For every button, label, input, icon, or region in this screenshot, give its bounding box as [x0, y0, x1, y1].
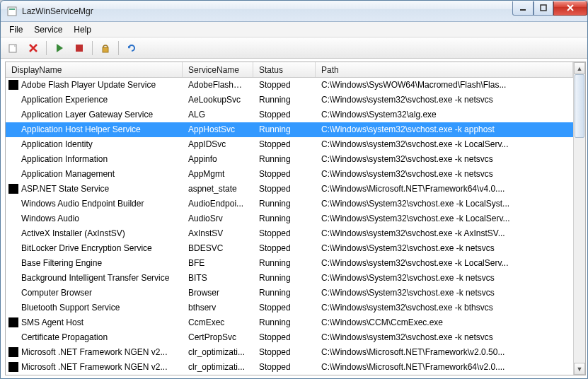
- stop-icon: [74, 42, 85, 54]
- svg-rect-1: [9, 8, 15, 10]
- cell-path: C:\Windows\system32\svchost.exe -k bthsv…: [316, 303, 573, 313]
- toolbar-separator: [118, 41, 119, 55]
- start-button[interactable]: [51, 40, 68, 57]
- content-area: DisplayName ServiceName Status Path Adob…: [5, 62, 586, 375]
- cell-path: C:\Windows\system32\svchost.exe -k Local…: [316, 258, 573, 268]
- cell-status: Running: [253, 199, 316, 209]
- col-header-path[interactable]: Path: [316, 62, 573, 77]
- service-icon: [8, 317, 18, 327]
- close-button[interactable]: [553, 1, 587, 16]
- table-row[interactable]: Windows AudioAudioSrvRunningC:\Windows\S…: [6, 211, 573, 226]
- table-row[interactable]: SMS Agent HostCcmExecRunningC:\Windows\C…: [6, 315, 573, 330]
- cell-path: C:\Windows\system32\svchost.exe -k netsv…: [316, 95, 573, 105]
- cell-displayname: Microsoft .NET Framework NGEN v2...: [21, 347, 167, 357]
- col-header-servicename[interactable]: ServiceName: [183, 62, 253, 77]
- table-row[interactable]: Application InformationAppinfoRunningC:\…: [6, 152, 573, 167]
- menu-file[interactable]: File: [4, 23, 28, 36]
- table-row[interactable]: Adobe Flash Player Update ServiceAdobeFl…: [6, 78, 573, 93]
- table-row[interactable]: Application ManagementAppMgmtStoppedC:\W…: [6, 167, 573, 182]
- service-icon: [8, 184, 18, 194]
- cell-displayname: SMS Agent Host: [21, 317, 83, 327]
- delete-button[interactable]: [25, 40, 42, 57]
- table-row[interactable]: ASP.NET State Serviceaspnet_stateStopped…: [6, 182, 573, 197]
- cell-path: C:\Windows\system32\svchost.exe -k appho…: [316, 124, 573, 134]
- service-icon: [8, 80, 18, 90]
- refresh-icon: [126, 42, 137, 54]
- cell-servicename: AppIDSvc: [183, 139, 253, 149]
- table-row[interactable]: Windows Audio Endpoint BuilderAudioEndpo…: [6, 197, 573, 211]
- minimize-button[interactable]: [512, 1, 534, 16]
- table-row[interactable]: Microsoft .NET Framework NGEN v2...clr_o…: [6, 345, 573, 360]
- cell-servicename: aspnet_state: [183, 184, 253, 194]
- cell-path: C:\Windows\system32\svchost.exe -k netsv…: [316, 169, 573, 179]
- lock-icon: [100, 42, 111, 54]
- delete-icon: [28, 42, 39, 54]
- permissions-button[interactable]: [97, 40, 114, 57]
- scroll-down-icon[interactable]: ▼: [574, 363, 585, 375]
- services-grid[interactable]: DisplayName ServiceName Status Path Adob…: [6, 62, 573, 375]
- cell-displayname: Certificate Propagation: [21, 332, 108, 342]
- cell-path: C:\Windows\system32\svchost.exe -k AxIns…: [316, 228, 573, 238]
- cell-status: Stopped: [253, 332, 316, 342]
- cell-servicename: Appinfo: [183, 154, 253, 164]
- cell-path: C:\Windows\System32\svchost.exe -k Local…: [316, 199, 573, 209]
- titlebar[interactable]: LazWinServiceMgr: [1, 1, 587, 22]
- table-row[interactable]: Computer BrowserBrowserRunningC:\Windows…: [6, 286, 573, 301]
- table-row[interactable]: Application Host Helper ServiceAppHostSv…: [6, 122, 573, 137]
- table-row[interactable]: BitLocker Drive Encryption ServiceBDESVC…: [6, 241, 573, 256]
- menubar: File Service Help: [1, 22, 587, 37]
- start-icon: [54, 42, 65, 54]
- cell-status: Stopped: [253, 362, 316, 372]
- cell-servicename: AdobeFlashPl...: [183, 80, 253, 90]
- table-row[interactable]: ActiveX Installer (AxInstSV)AxInstSVStop…: [6, 226, 573, 241]
- col-header-status[interactable]: Status: [253, 62, 316, 77]
- table-row[interactable]: Application Layer Gateway ServiceALGStop…: [6, 107, 573, 122]
- table-row[interactable]: Base Filtering EngineBFERunningC:\Window…: [6, 256, 573, 271]
- app-icon: [6, 6, 18, 17]
- table-row[interactable]: Application ExperienceAeLookupSvcRunning…: [6, 93, 573, 107]
- cell-status: Running: [253, 258, 316, 268]
- window-buttons: [512, 1, 587, 17]
- table-row[interactable]: Certificate PropagationCertPropSvcStoppe…: [6, 330, 573, 345]
- grid-body: Adobe Flash Player Update ServiceAdobeFl…: [6, 78, 573, 375]
- maximize-button[interactable]: [534, 1, 553, 16]
- service-icon: [8, 199, 18, 209]
- table-row[interactable]: Application IdentityAppIDSvcStoppedC:\Wi…: [6, 137, 573, 152]
- scroll-up-icon[interactable]: ▲: [574, 62, 585, 74]
- cell-servicename: AeLookupSvc: [183, 95, 253, 105]
- scroll-track[interactable]: [574, 74, 585, 363]
- new-button[interactable]: [5, 40, 22, 57]
- cell-status: Stopped: [253, 110, 316, 119]
- toolbar-separator: [46, 41, 47, 55]
- cell-path: C:\Windows\System32\alg.exe: [316, 110, 573, 119]
- menu-service[interactable]: Service: [28, 23, 68, 36]
- service-icon: [8, 332, 18, 342]
- cell-displayname: Application Information: [21, 154, 108, 164]
- table-row[interactable]: Background Intelligent Transfer ServiceB…: [6, 271, 573, 286]
- vertical-scrollbar[interactable]: ▲ ▼: [573, 62, 585, 375]
- cell-path: C:\Windows\Microsoft.NET\Framework64\v2.…: [316, 362, 573, 372]
- service-icon: [8, 214, 18, 223]
- new-icon: [8, 42, 19, 54]
- toolbar-separator: [92, 41, 93, 55]
- stop-button[interactable]: [71, 40, 88, 57]
- service-icon: [8, 347, 18, 357]
- cell-path: C:\Windows\System32\svchost.exe -k netsv…: [316, 273, 573, 283]
- cell-status: Running: [253, 273, 316, 283]
- scroll-thumb[interactable]: [575, 74, 584, 138]
- cell-servicename: ALG: [183, 110, 253, 119]
- col-header-displayname[interactable]: DisplayName: [6, 62, 183, 77]
- cell-path: C:\Windows\CCM\CcmExec.exe: [316, 317, 573, 327]
- table-row[interactable]: Bluetooth Support ServicebthservStoppedC…: [6, 301, 573, 315]
- cell-path: C:\Windows\Microsoft.NET\Framework64\v4.…: [316, 184, 573, 194]
- cell-servicename: Browser: [183, 288, 253, 298]
- service-icon: [8, 303, 18, 313]
- svg-rect-3: [541, 5, 546, 11]
- cell-status: Running: [253, 95, 316, 105]
- table-row[interactable]: Microsoft .NET Framework NGEN v2...clr_o…: [6, 360, 573, 375]
- window-title: LazWinServiceMgr: [22, 6, 512, 16]
- refresh-button[interactable]: [123, 40, 140, 57]
- cell-path: C:\Windows\system32\svchost.exe -k netsv…: [316, 332, 573, 342]
- menu-help[interactable]: Help: [68, 23, 97, 36]
- cell-servicename: AudioSrv: [183, 214, 253, 223]
